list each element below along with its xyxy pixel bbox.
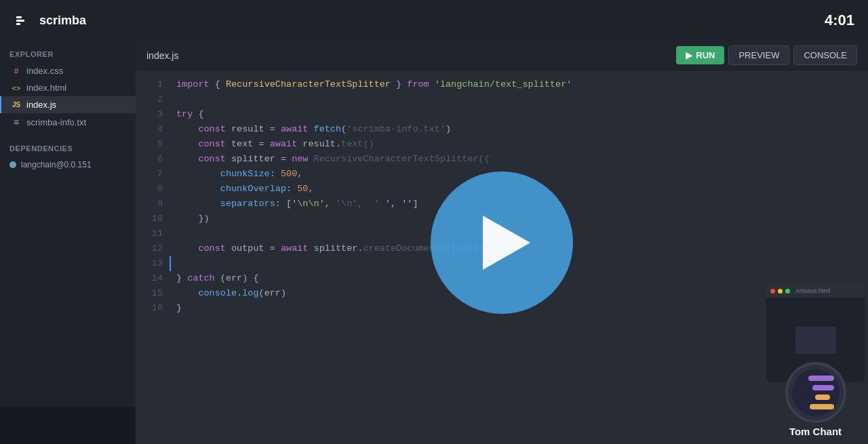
preview-button[interactable]: PREVIEW xyxy=(728,45,789,65)
main-layout: EXPLORER # index.css <> index.html JS in… xyxy=(0,41,868,444)
explorer-label: EXPLORER xyxy=(0,50,136,62)
play-triangle-icon xyxy=(483,216,530,270)
editor-panel: index.js ▶ RUN PREVIEW CONSOLE 12345 678… xyxy=(136,41,868,444)
js-icon: JS xyxy=(11,101,22,108)
play-button[interactable] xyxy=(431,171,573,314)
toolbar-buttons: ▶ RUN PREVIEW CONSOLE xyxy=(676,45,857,65)
sidebar-item-indexhtml[interactable]: <> index.html xyxy=(0,79,136,96)
code-line-1: import { RecursiveCharacterTextSplitter … xyxy=(170,77,868,92)
svg-rect-0 xyxy=(16,16,22,18)
dep-name: langchain@0.0.151 xyxy=(21,160,92,169)
run-button[interactable]: ▶ RUN xyxy=(676,46,724,64)
svg-rect-2 xyxy=(16,23,20,25)
code-line-4: const result = await fetch('scrimba-info… xyxy=(170,122,868,137)
line-numbers: 12345 678910 1112131415 16 xyxy=(136,77,170,437)
sidebar-bottom-preview xyxy=(0,407,136,444)
run-icon: ▶ xyxy=(686,50,692,60)
logo: scrimba xyxy=(14,11,86,30)
logo-icon xyxy=(14,11,33,30)
dependencies-section: DEPENDENCIES langchain@0.0.151 xyxy=(0,144,136,173)
sidebar-item-scrimbainfo[interactable]: ≡ scrimba-info.txt xyxy=(0,113,136,131)
sidebar: EXPLORER # index.css <> index.html JS in… xyxy=(0,41,136,444)
dependencies-label: DEPENDENCIES xyxy=(0,144,136,157)
avatar-bar-4 xyxy=(810,404,834,409)
avatar xyxy=(785,362,846,423)
avatar-bar-3 xyxy=(815,395,830,400)
dep-langchain[interactable]: langchain@0.0.151 xyxy=(0,157,136,173)
topbar: scrimba 4:01 xyxy=(0,0,868,41)
instructor-card: Aniscus.html Tom Chant xyxy=(763,284,868,444)
css-icon: # xyxy=(11,66,22,76)
svg-rect-1 xyxy=(16,20,24,22)
sidebar-item-indexcss[interactable]: # index.css xyxy=(0,62,136,79)
txt-icon: ≡ xyxy=(11,117,22,127)
sidebar-item-label: scrimba-info.txt xyxy=(26,117,86,127)
preview-url: Aniscus.html xyxy=(795,287,830,294)
code-line-3: try { xyxy=(170,107,868,122)
avatar-bar-1 xyxy=(808,376,834,381)
preview-titlebar: Aniscus.html xyxy=(766,284,865,298)
dot-green-icon xyxy=(785,289,790,294)
console-button[interactable]: CONSOLE xyxy=(793,45,857,65)
dot-red-icon xyxy=(770,289,775,294)
code-line-6: const splitter = new RecursiveCharacterT… xyxy=(170,152,868,167)
editor-filename: index.js xyxy=(146,50,178,61)
dep-dot-icon xyxy=(9,161,16,168)
sidebar-item-label: index.js xyxy=(26,100,56,110)
avatar-bar-2 xyxy=(812,385,834,390)
html-icon: <> xyxy=(11,84,22,92)
sidebar-item-label: index.html xyxy=(26,83,66,93)
code-line-5: const text = await result.text() xyxy=(170,137,868,152)
instructor-name: Tom Chant xyxy=(789,426,842,437)
dot-yellow-icon xyxy=(778,289,783,294)
avatar-inner xyxy=(792,369,840,416)
sidebar-item-indexjs[interactable]: JS index.js xyxy=(0,96,136,113)
code-line-2 xyxy=(170,92,868,107)
editor-toolbar: index.js ▶ RUN PREVIEW CONSOLE xyxy=(136,41,868,70)
sidebar-item-label: index.css xyxy=(26,66,63,76)
timer: 4:01 xyxy=(825,12,854,29)
